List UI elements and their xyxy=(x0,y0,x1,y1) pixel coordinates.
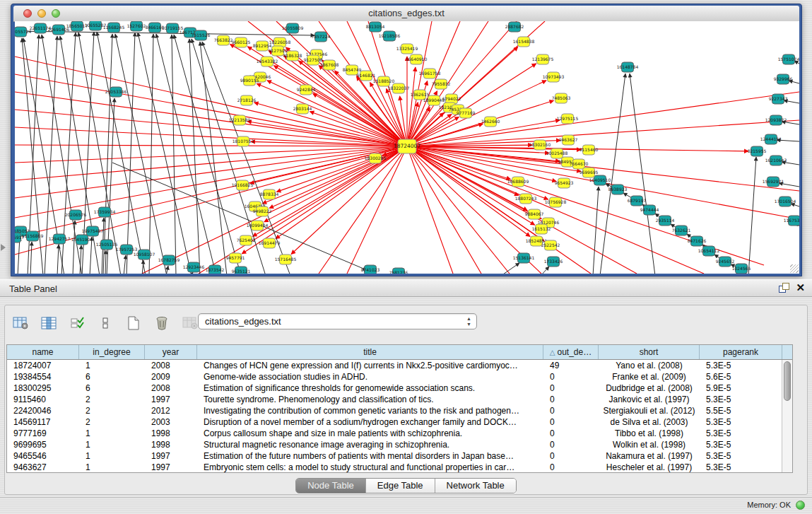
cell-in_degree[interactable]: 6 xyxy=(79,382,145,394)
cell-pagerank[interactable]: 5.3E-5 xyxy=(700,462,782,473)
column-header-pagerank[interactable]: pagerank xyxy=(700,345,782,359)
cell-name[interactable]: 9465546 xyxy=(7,450,79,462)
column-header-title[interactable]: title xyxy=(197,345,543,359)
close-panel-icon[interactable]: ✕ xyxy=(796,283,805,293)
cell-name[interactable]: 14569117 xyxy=(7,416,79,428)
cell-title[interactable]: Disruption of a novel member of a sodium… xyxy=(197,416,543,428)
import-table-button-disabled[interactable] xyxy=(180,313,200,333)
cell-title[interactable]: Investigating the contribution of common… xyxy=(197,405,543,416)
cell-pagerank[interactable]: 5.6E-5 xyxy=(700,371,782,382)
cell-year[interactable]: 1998 xyxy=(145,428,197,439)
cell-short[interactable]: Tibbo et al. (1998) xyxy=(599,428,700,439)
cell-in_degree[interactable]: 1 xyxy=(79,360,145,371)
cell-in_degree[interactable]: 6 xyxy=(79,371,145,382)
cell-in_degree[interactable]: 2 xyxy=(79,405,145,416)
cell-short[interactable]: Nakamura et al. (1997) xyxy=(599,450,700,462)
column-checklist-button[interactable] xyxy=(67,313,87,333)
tab-edge-table[interactable]: Edge Table xyxy=(366,479,435,493)
cell-name[interactable]: 18300295 xyxy=(7,382,79,394)
table-selector-dropdown[interactable]: citations_edges.txt ▲▼ xyxy=(198,313,477,329)
table-row[interactable]: 946362711997Embryonic stem cells: a mode… xyxy=(7,462,792,473)
delete-column-button[interactable] xyxy=(152,313,172,333)
table-row[interactable]: 977716911998Corpus callosum shape and si… xyxy=(7,428,792,439)
cell-short[interactable]: Dudbridge et al. (2008) xyxy=(599,382,700,394)
new-column-button[interactable] xyxy=(124,313,143,333)
cell-year[interactable]: 2008 xyxy=(145,382,197,394)
cell-in_degree[interactable]: 2 xyxy=(79,416,145,428)
cell-short[interactable]: Hescheler et al. (1997) xyxy=(599,462,700,473)
table-row[interactable]: 1830029562008Estimation of significance … xyxy=(7,382,792,394)
cell-pagerank[interactable]: 5.5E-5 xyxy=(700,405,782,416)
table-vertical-scrollbar[interactable] xyxy=(782,360,792,472)
cell-name[interactable]: 19384554 xyxy=(7,371,79,382)
cell-name[interactable]: 9699695 xyxy=(7,439,79,450)
cell-short[interactable]: Jankovic et al. (1997) xyxy=(599,394,700,405)
cell-out_degree[interactable]: 0 xyxy=(543,439,599,450)
cell-out_degree[interactable]: 0 xyxy=(543,394,599,405)
table-row[interactable]: 946554611997Estimation of the future num… xyxy=(7,450,792,462)
table-row[interactable]: 1938455462009Genome-wide association stu… xyxy=(7,371,792,382)
cell-name[interactable]: 9463627 xyxy=(7,462,79,473)
table-row[interactable]: 1456911722003Disruption of a novel membe… xyxy=(7,416,792,428)
show-column-button[interactable] xyxy=(39,313,59,333)
cell-title[interactable]: Embryonic stem cells: a model to study s… xyxy=(197,462,543,473)
row-height-button[interactable] xyxy=(95,313,115,333)
tab-network-table[interactable]: Network Table xyxy=(435,479,516,493)
memory-status-indicator[interactable] xyxy=(796,501,805,510)
cell-pagerank[interactable]: 5.3E-5 xyxy=(700,416,782,428)
cell-title[interactable]: Corpus callosum shape and size in male p… xyxy=(197,428,543,439)
cell-in_degree[interactable]: 2 xyxy=(79,394,145,405)
cell-short[interactable]: Wolkin et al. (1998) xyxy=(599,439,700,450)
cell-year[interactable]: 1997 xyxy=(145,462,197,473)
column-header-out_degree[interactable]: △out_de… xyxy=(543,345,599,359)
tab-node-table[interactable]: Node Table xyxy=(296,479,366,493)
table-row[interactable]: 969969511998Structural magnetic resonanc… xyxy=(7,439,792,450)
cell-year[interactable]: 2003 xyxy=(145,416,197,428)
cell-out_degree[interactable]: 0 xyxy=(543,428,599,439)
cell-short[interactable]: Franke et al. (2009) xyxy=(599,371,700,382)
cell-in_degree[interactable]: 1 xyxy=(79,428,145,439)
window-titlebar[interactable]: citations_edges.txt xyxy=(13,6,799,22)
table-row[interactable]: 1872400712008Changes of HCN gene express… xyxy=(7,360,792,371)
cell-year[interactable]: 2012 xyxy=(145,405,197,416)
cell-year[interactable]: 2009 xyxy=(145,371,197,382)
table-row[interactable]: 911546021997Tourette syndrome. Phenomeno… xyxy=(7,394,792,405)
cell-year[interactable]: 1998 xyxy=(145,439,197,450)
cell-title[interactable]: Structural magnetic resonance image aver… xyxy=(197,439,543,450)
cell-out_degree[interactable]: 49 xyxy=(543,360,599,371)
cell-name[interactable]: 22420046 xyxy=(7,405,79,416)
cell-pagerank[interactable]: 5.3E-5 xyxy=(700,360,782,371)
cell-title[interactable]: Estimation of the future numbers of pati… xyxy=(197,450,543,462)
cell-short[interactable]: Stergiakouli et al. (2012) xyxy=(599,405,700,416)
cell-out_degree[interactable]: 0 xyxy=(543,462,599,473)
resize-grip-icon[interactable] xyxy=(790,264,799,273)
column-header-short[interactable]: short xyxy=(599,345,700,359)
cell-title[interactable]: Tourette syndrome. Phenomenology and cla… xyxy=(197,394,543,405)
collapsed-panel-arrow-icon[interactable] xyxy=(1,244,6,251)
cell-year[interactable]: 2008 xyxy=(145,360,197,371)
network-canvas[interactable]: 2405572422651174206914061856501710655287… xyxy=(15,21,799,274)
cell-year[interactable]: 1997 xyxy=(145,394,197,405)
cell-out_degree[interactable]: 0 xyxy=(543,382,599,394)
column-header-name[interactable]: name xyxy=(7,345,79,359)
cell-pagerank[interactable]: 5.3E-5 xyxy=(700,450,782,462)
column-header-year[interactable]: year xyxy=(145,345,197,359)
cell-name[interactable]: 9777169 xyxy=(7,428,79,439)
cell-out_degree[interactable]: 0 xyxy=(543,416,599,428)
cell-out_degree[interactable]: 0 xyxy=(543,405,599,416)
cell-pagerank[interactable]: 5.9E-5 xyxy=(700,382,782,394)
cell-title[interactable]: Estimation of significance thresholds fo… xyxy=(197,382,543,394)
cell-title[interactable]: Genome-wide association studies in ADHD. xyxy=(197,371,543,382)
cell-in_degree[interactable]: 1 xyxy=(79,462,145,473)
table-row[interactable]: 2242004622012Investigating the contribut… xyxy=(7,405,792,416)
cell-year[interactable]: 1997 xyxy=(145,450,197,462)
cell-out_degree[interactable]: 0 xyxy=(543,450,599,462)
cell-name[interactable]: 18724007 xyxy=(7,360,79,371)
scrollbar-thumb[interactable] xyxy=(784,361,791,401)
cell-pagerank[interactable]: 5.3E-5 xyxy=(700,394,782,405)
float-panel-icon[interactable] xyxy=(779,283,789,293)
table-mode-button[interactable] xyxy=(11,313,30,333)
cell-pagerank[interactable]: 5.3E-5 xyxy=(700,439,782,450)
column-header-in_degree[interactable]: in_degree xyxy=(79,345,145,359)
cell-in_degree[interactable]: 1 xyxy=(79,439,145,450)
